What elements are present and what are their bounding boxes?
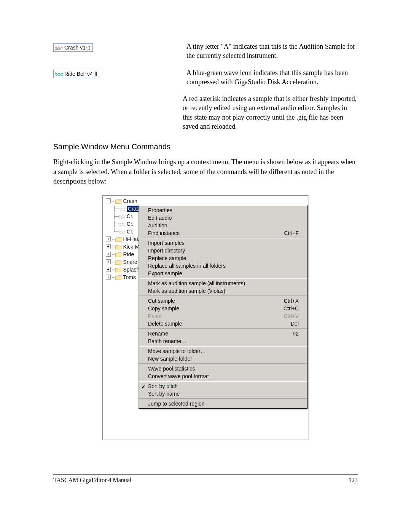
menu-item-label: Replace sample	[148, 255, 186, 261]
menu-item[interactable]: Import directory	[139, 247, 307, 254]
tree-label: Crash	[123, 198, 137, 204]
menu-item[interactable]: Edit audio	[139, 214, 307, 222]
menu-item-shortcut: Ctrl+F	[284, 230, 302, 236]
menu-item-label: Convert wave pool format	[148, 373, 209, 379]
menu-item-label: Delete sample	[148, 321, 182, 327]
menu-item-label: Edit audio	[148, 215, 172, 221]
sample-label-text: Crash v1-p	[64, 45, 90, 51]
description-audition: A tiny letter "A" indicates that this is…	[186, 42, 358, 61]
folder-icon	[115, 199, 121, 203]
expand-icon[interactable]: +	[106, 236, 111, 241]
expand-icon[interactable]: +	[106, 259, 111, 264]
menu-item-shortcut: Ctrl+V	[284, 313, 302, 319]
menu-item-label: Audition	[148, 222, 167, 228]
menu-item-shortcut: Del	[291, 321, 302, 327]
menu-item-label: Rename	[148, 331, 168, 337]
description-bluegreen: A blue-green wave icon indicates that th…	[186, 68, 358, 87]
menu-item[interactable]: Find instanceCtrl+F	[139, 229, 307, 237]
menu-item[interactable]: Cut sampleCtrl+X	[139, 297, 307, 305]
menu-item-label: Move sample to folder…	[148, 348, 206, 354]
footer-title: TASCAM GigaEditor 4 Manual	[53, 477, 131, 484]
expand-icon[interactable]: +	[106, 244, 111, 249]
menu-item: PasteCtrl+V	[139, 312, 307, 320]
expand-icon[interactable]: +	[106, 252, 111, 257]
menu-item[interactable]: Jump to selected region	[139, 400, 307, 407]
menu-item-label: Find instance	[148, 230, 180, 236]
wave-icon	[119, 214, 126, 219]
menu-item-label: Export sample	[148, 270, 182, 276]
tree-label: Ride	[123, 251, 134, 257]
menu-item[interactable]: Delete sampleDel	[139, 320, 307, 328]
menu-item-label: Cut sample	[148, 298, 175, 304]
tree-label: Cr.	[127, 213, 134, 219]
sample-label-ride: * Ride Bell v4-ff	[53, 70, 100, 78]
wave-icon-audition: AAA	[55, 45, 63, 50]
menu-item-label: Mark as audition sample (all instruments…	[148, 280, 245, 286]
menu-item-shortcut: Ctrl+C	[284, 305, 302, 312]
folder-icon	[115, 260, 121, 264]
wave-icon	[119, 222, 126, 226]
page-number: 123	[349, 477, 358, 484]
folder-icon	[115, 252, 121, 257]
description-asterisk: A red asterisk indicates a sample that i…	[183, 94, 358, 131]
menu-item-label: Properties	[148, 207, 172, 213]
menu-item-label: Import directory	[148, 248, 185, 254]
menu-item[interactable]: Import samples	[139, 239, 307, 247]
menu-item[interactable]: New sample folder	[139, 355, 307, 363]
menu-item-label: Paste	[148, 313, 162, 319]
menu-item-label: New sample folder	[148, 356, 192, 362]
sample-label-crash: AAA Crash v1-p	[53, 43, 93, 52]
wave-icon	[119, 206, 126, 211]
menu-item-label: Batch rename…	[148, 338, 186, 344]
menu-item[interactable]: Move sample to folder…	[139, 347, 307, 355]
tree-label: Snare	[123, 259, 137, 265]
folder-icon	[115, 237, 121, 241]
folder-icon	[115, 244, 121, 249]
menu-item[interactable]: Batch rename…	[139, 337, 307, 345]
menu-item[interactable]: RenameF2	[139, 330, 307, 337]
section-title: Sample Window Menu Commands	[53, 142, 358, 151]
menu-item-label: Sort by pitch	[148, 383, 178, 389]
menu-item[interactable]: Properties	[139, 206, 307, 214]
sample-window-screenshot: − ┄ Crash ├┄ Crash v2-mf ├┄ Cr.	[102, 195, 309, 440]
tree-label: Cr.	[127, 228, 134, 235]
tree-folder[interactable]: − ┄ Crash	[106, 197, 308, 205]
menu-item[interactable]: Mark as audition sample (Violas)	[139, 287, 307, 295]
menu-item-label: Replace all samples in all folders	[148, 263, 226, 269]
menu-item-label: Copy sample	[148, 305, 179, 312]
menu-item-shortcut: Ctrl+X	[284, 298, 302, 304]
menu-item[interactable]: Copy sampleCtrl+C	[139, 305, 307, 312]
menu-item[interactable]: Wave pool statistics	[139, 365, 307, 372]
tree-label: Toms	[123, 274, 135, 280]
menu-item-label: Wave pool statistics	[148, 366, 195, 372]
menu-item[interactable]: Replace all samples in all folders	[139, 262, 307, 270]
menu-item-shortcut: F2	[293, 331, 302, 337]
menu-item[interactable]: Replace sample	[139, 254, 307, 262]
menu-item[interactable]: Export sample	[139, 270, 307, 277]
collapse-icon[interactable]: −	[106, 198, 111, 203]
menu-item[interactable]: Mark as audition sample (all instruments…	[139, 280, 307, 287]
menu-item-label: Import samples	[148, 240, 185, 246]
menu-item[interactable]: ✔Sort by pitch	[139, 382, 307, 390]
context-menu[interactable]: PropertiesEdit audioAuditionFind instanc…	[139, 205, 307, 409]
wave-icon-compressed: *	[55, 71, 63, 77]
tree-label: Splash	[123, 267, 139, 273]
tree-label: Cr.	[127, 221, 134, 227]
menu-item[interactable]: Audition	[139, 222, 307, 229]
expand-icon[interactable]: +	[106, 275, 111, 280]
check-icon: ✔	[141, 384, 146, 390]
folder-icon	[115, 275, 121, 280]
menu-item[interactable]: Sort by name	[139, 390, 307, 398]
menu-item[interactable]: Convert wave pool format	[139, 372, 307, 380]
menu-item-label: Sort by name	[148, 391, 180, 397]
menu-item-label: Mark as audition sample (Violas)	[148, 288, 225, 294]
body-text: Right-clicking in the Sample Window brin…	[53, 157, 358, 186]
wave-icon	[119, 229, 126, 234]
svg-text:AAA: AAA	[55, 48, 61, 50]
sample-label-text: Ride Bell v4-ff	[64, 71, 97, 77]
expand-icon[interactable]: +	[106, 267, 111, 272]
folder-icon	[115, 267, 121, 272]
menu-item-label: Jump to selected region	[148, 401, 205, 407]
